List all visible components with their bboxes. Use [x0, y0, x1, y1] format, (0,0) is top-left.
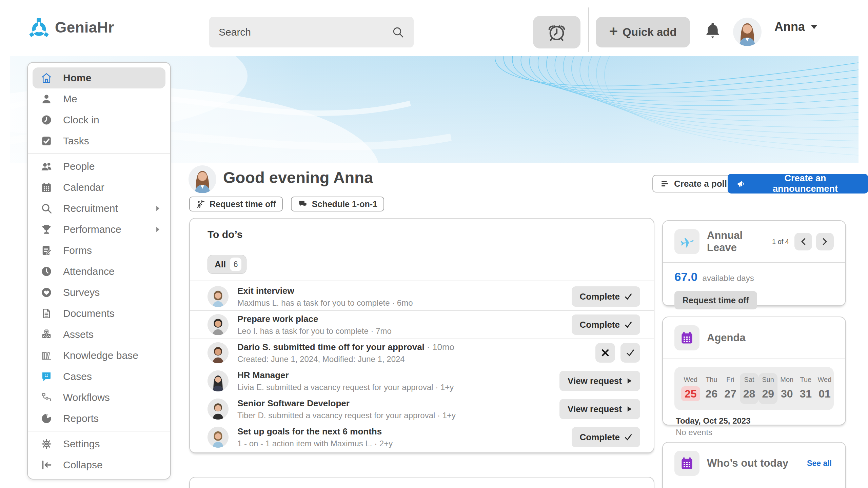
calendar-day[interactable]: Fri 27: [721, 373, 740, 404]
sidebar-item-settings[interactable]: Settings: [33, 433, 165, 454]
search-bar[interactable]: [209, 17, 414, 47]
calendar-purple-icon: [674, 451, 699, 476]
calendar-day[interactable]: Sat 28: [740, 373, 759, 404]
brand-logo[interactable]: GeniaHr: [28, 16, 114, 39]
schedule-1on1-button[interactable]: Schedule 1-on-1: [291, 197, 384, 211]
sidebar-item-calendar[interactable]: Calendar: [33, 177, 165, 198]
filter-all-chip[interactable]: All 6: [208, 255, 246, 274]
search-input[interactable]: [218, 26, 391, 38]
sidebar-item-documents[interactable]: Documents: [33, 303, 165, 324]
create-poll-button[interactable]: Create a poll: [652, 175, 735, 192]
todo-title: Exit interview: [237, 286, 294, 296]
divider: [28, 154, 170, 154]
calendar-icon: [39, 181, 54, 194]
agenda-no-events: No events: [676, 428, 832, 437]
view-request-button[interactable]: View request: [559, 371, 640, 391]
flag-person-icon: [196, 199, 205, 209]
check-icon: [625, 293, 632, 300]
todo-item[interactable]: Exit interview Maximus L. has a task for…: [190, 286, 654, 308]
avatar: [208, 314, 229, 335]
clock-in-button[interactable]: [533, 16, 580, 48]
complete-button[interactable]: Complete: [572, 314, 640, 335]
trophy-icon: [39, 223, 54, 236]
sidebar-item-performance[interactable]: Performance: [33, 219, 165, 240]
sidebar-item-home[interactable]: Home: [33, 67, 165, 88]
sidebar-item-assets[interactable]: Assets: [33, 324, 165, 345]
request-time-off-button[interactable]: Request time off: [189, 197, 283, 211]
carousel-next-button[interactable]: [816, 233, 834, 250]
see-all-link[interactable]: See all: [805, 459, 834, 468]
complete-button[interactable]: Complete: [572, 427, 640, 447]
greeting-heading: Good evening Anna: [223, 168, 373, 187]
sidebar-collapse-button[interactable]: Collapse: [33, 454, 165, 475]
todos-card: To do’s All 6 Exit interview Maximus L. …: [189, 218, 654, 453]
view-request-button[interactable]: View request: [559, 399, 640, 419]
sidebar-item-forms[interactable]: Forms: [33, 240, 165, 261]
sidebar-item-attendance[interactable]: Attendance: [33, 261, 165, 282]
topbar-divider: [588, 7, 589, 52]
quick-actions: Request time off Schedule 1-on-1: [189, 197, 384, 211]
todos-title: To do’s: [190, 219, 654, 248]
bell-icon: [703, 21, 722, 42]
sidebar-item-recruitment[interactable]: Recruitment: [33, 198, 165, 219]
clock-icon: [39, 114, 54, 126]
agenda-card: Agenda Wed 25 Thu 26 Fri 27 Sat 28 Sun 2…: [662, 317, 846, 425]
chat-bubbles-icon: [298, 199, 308, 209]
calendar-day[interactable]: Wed 01: [815, 373, 834, 404]
alarm-clock-icon: [546, 22, 567, 43]
poll-bars-icon: [660, 179, 669, 188]
calendar-day[interactable]: Tue 31: [796, 373, 815, 404]
heart-circle-icon: [39, 286, 54, 299]
sidebar-item-cases[interactable]: Cases: [33, 366, 165, 387]
user-avatar[interactable]: [733, 18, 762, 46]
megaphone-icon: [736, 179, 747, 189]
quick-add-button[interactable]: + Quick add: [596, 17, 690, 47]
todo-item[interactable]: Prepare work place Leo I. has a task for…: [190, 314, 654, 336]
approve-button[interactable]: [620, 343, 640, 363]
sidebar-item-people[interactable]: People: [33, 156, 165, 177]
widget-title: Annual Leave: [707, 229, 765, 254]
chevron-down-icon: [810, 24, 818, 29]
sidebar-item-knowledge-base[interactable]: Knowledge base: [33, 345, 165, 366]
notifications-button[interactable]: [701, 20, 724, 42]
sidebar-item-me[interactable]: Me: [33, 88, 165, 109]
divider: [190, 395, 654, 395]
carousel-prev-button[interactable]: [794, 233, 812, 250]
reject-button[interactable]: [595, 343, 615, 363]
check-icon: [625, 434, 632, 441]
clock-icon: [39, 265, 54, 278]
collapse-arrow-icon: [39, 459, 54, 471]
cubes-icon: [39, 328, 54, 341]
plus-icon: +: [609, 24, 618, 39]
complete-button[interactable]: Complete: [572, 286, 640, 307]
avatar: [208, 286, 229, 307]
geniahr-home-screen: GeniaHr: [0, 0, 868, 488]
calendar-day[interactable]: Mon 30: [777, 373, 796, 404]
sidebar-item-workflows[interactable]: Workflows: [33, 387, 165, 408]
todos-list: Exit interview Maximus L. has a task for…: [190, 281, 654, 452]
user-menu[interactable]: Anna: [774, 20, 818, 34]
divider: [190, 423, 654, 423]
todo-item[interactable]: HR Manager Livia E. submitted a vacancy …: [190, 370, 654, 392]
sidebar-item-tasks[interactable]: Tasks: [33, 130, 165, 151]
carousel-pagination: 1 of 4: [772, 238, 789, 246]
sidebar-item-clock-in[interactable]: Clock in: [33, 109, 165, 130]
todo-item[interactable]: Dario S. submitted time off for your app…: [190, 342, 654, 364]
home-icon: [39, 72, 54, 84]
calendar-day[interactable]: Sun 29: [758, 373, 777, 404]
chevron-right-icon: [822, 238, 828, 246]
calendar-day[interactable]: Wed 25: [679, 373, 702, 404]
widget-title: Who’s out today: [707, 457, 797, 469]
sidebar-item-surveys[interactable]: Surveys: [33, 282, 165, 303]
sidebar-item-reports[interactable]: Reports: [33, 408, 165, 429]
create-announcement-button[interactable]: Create an announcement: [728, 174, 868, 194]
avatar: [208, 370, 229, 391]
document-icon: [39, 307, 54, 320]
calendar-day[interactable]: Thu 26: [702, 373, 721, 404]
pie-chart-icon: [39, 412, 54, 425]
todo-item[interactable]: Senior Software Developer Tiber D. submi…: [190, 398, 654, 420]
todo-item[interactable]: Set up goals for the next 6 months 1 - o…: [190, 426, 654, 448]
request-time-off-widget-button[interactable]: Request time off: [674, 291, 757, 309]
next-card-stub: [189, 477, 654, 488]
divider: [190, 367, 654, 367]
